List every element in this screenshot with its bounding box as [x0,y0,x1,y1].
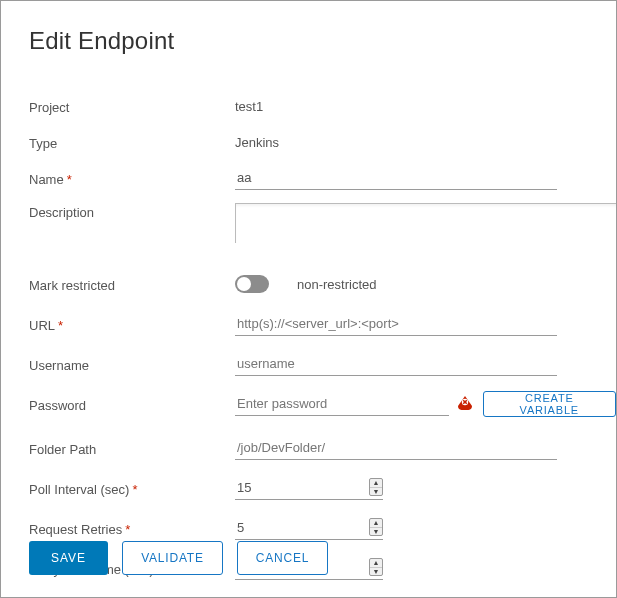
username-field[interactable] [235,352,557,376]
description-field[interactable] [235,203,617,243]
label-url: URL* [29,316,235,333]
dialog-title: Edit Endpoint [29,27,616,55]
label-username: Username [29,356,235,373]
edit-endpoint-dialog: Edit Endpoint Project test1 Type Jenkins… [0,0,617,598]
row-name: Name* [29,163,616,193]
chevron-up-icon[interactable]: ▲ [370,479,382,488]
request-retries-stepper[interactable]: ▲▼ [369,518,383,536]
row-request-retries: Request Retries* ▲▼ [29,513,616,543]
value-project: test1 [235,99,263,114]
error-icon [457,395,473,414]
label-project: Project [29,98,235,115]
chevron-down-icon[interactable]: ▼ [370,568,382,576]
password-field[interactable] [235,392,449,416]
row-url: URL* [29,309,616,339]
dialog-actions: SAVE VALIDATE CANCEL [29,541,328,575]
row-description: Description [29,203,616,251]
url-field[interactable] [235,312,557,336]
label-password: Password [29,396,235,413]
label-mark-restricted: Mark restricted [29,276,235,293]
chevron-up-icon[interactable]: ▲ [370,519,382,528]
name-field[interactable] [235,166,557,190]
restricted-toggle-text: non-restricted [297,277,376,292]
required-mark: * [67,172,72,187]
poll-interval-stepper[interactable]: ▲▼ [369,478,383,496]
chevron-down-icon[interactable]: ▼ [370,528,382,536]
row-type: Type Jenkins [29,127,616,157]
chevron-up-icon[interactable]: ▲ [370,559,382,568]
label-description: Description [29,203,235,220]
label-type: Type [29,134,235,151]
row-password: Password CREATE VARIABLE [29,389,616,419]
label-folder-path: Folder Path [29,440,235,457]
cancel-button[interactable]: CANCEL [237,541,328,575]
label-name: Name* [29,170,235,187]
chevron-down-icon[interactable]: ▼ [370,488,382,496]
label-poll-interval: Poll Interval (sec)* [29,480,235,497]
row-folder-path: Folder Path [29,433,616,463]
validate-button[interactable]: VALIDATE [122,541,223,575]
poll-interval-field[interactable] [235,476,383,500]
create-variable-button[interactable]: CREATE VARIABLE [483,391,616,417]
row-project: Project test1 [29,91,616,121]
label-request-retries: Request Retries* [29,520,235,537]
retry-wait-stepper[interactable]: ▲▼ [369,558,383,576]
row-mark-restricted: Mark restricted non-restricted [29,269,616,299]
restricted-toggle[interactable] [235,275,269,293]
row-username: Username [29,349,616,379]
folder-path-field[interactable] [235,436,557,460]
value-type: Jenkins [235,135,279,150]
request-retries-field[interactable] [235,516,383,540]
save-button[interactable]: SAVE [29,541,108,575]
row-poll-interval: Poll Interval (sec)* ▲▼ [29,473,616,503]
